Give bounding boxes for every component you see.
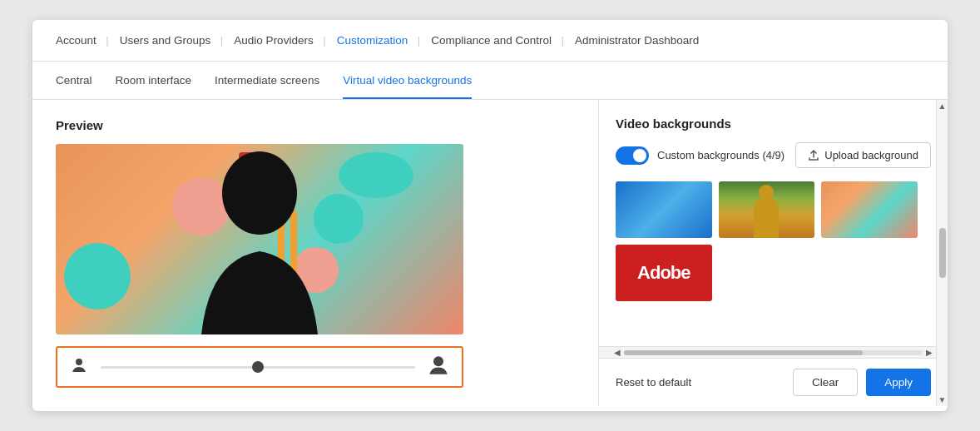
bg-thumb-adobe[interactable]: Adobe bbox=[616, 245, 712, 301]
svg-point-0 bbox=[222, 151, 297, 235]
preview-image bbox=[56, 144, 463, 334]
action-buttons: Clear Apply bbox=[793, 369, 931, 396]
bg-thumb-blue[interactable] bbox=[616, 181, 712, 238]
subnav-central[interactable]: Central bbox=[56, 62, 92, 99]
nav-users-groups[interactable]: Users and Groups bbox=[108, 20, 223, 61]
blur-slider[interactable] bbox=[101, 366, 415, 369]
scroll-right-arrow[interactable]: ▶ bbox=[923, 348, 936, 357]
toggle-row: Custom backgrounds (4/9) bbox=[616, 146, 784, 165]
apply-button[interactable]: Apply bbox=[866, 369, 931, 396]
preview-title: Preview bbox=[56, 118, 575, 132]
content-area: Preview bbox=[32, 100, 948, 406]
preview-panel: Preview bbox=[32, 100, 598, 406]
small-person-icon bbox=[71, 357, 87, 378]
subnav-room-interface[interactable]: Room interface bbox=[116, 62, 192, 99]
photo-person-head bbox=[759, 185, 774, 200]
upload-icon bbox=[808, 150, 819, 161]
top-nav: Account Users and Groups Audio Providers… bbox=[32, 20, 948, 62]
deco-shape-teal3 bbox=[339, 152, 413, 198]
bg-thumbnail-grid: Adobe bbox=[616, 181, 918, 301]
photo-person-body bbox=[754, 196, 779, 238]
nav-compliance[interactable]: Compliance and Control bbox=[419, 20, 563, 61]
reset-to-default-label: Reset to default bbox=[616, 376, 691, 389]
scroll-down-arrow[interactable]: ▼ bbox=[938, 395, 947, 404]
subnav-virtual-video-bg[interactable]: Virtual video backgrounds bbox=[343, 62, 472, 99]
right-panel: Video backgrounds Custom backgrounds (4/… bbox=[598, 100, 948, 406]
toggle-label: Custom backgrounds (4/9) bbox=[657, 149, 784, 161]
nav-account[interactable]: Account bbox=[56, 20, 108, 61]
h-scroll-thumb bbox=[624, 350, 863, 355]
svg-rect-2 bbox=[433, 356, 443, 366]
slider-thumb bbox=[252, 361, 264, 373]
large-person-icon bbox=[428, 355, 448, 379]
h-scroll-track bbox=[624, 350, 923, 355]
scroll-thumb bbox=[939, 228, 946, 278]
clear-button[interactable]: Clear bbox=[793, 369, 858, 396]
horizontal-scrollbar[interactable]: ◀ ▶ bbox=[599, 346, 948, 358]
preview-background bbox=[56, 144, 463, 334]
bg-controls-row: Custom backgrounds (4/9) Upload backgrou… bbox=[616, 142, 931, 168]
vertical-scrollbar[interactable]: ▲ ▼ bbox=[936, 100, 948, 406]
right-panel-scroll[interactable]: Video backgrounds Custom backgrounds (4/… bbox=[599, 100, 948, 346]
svg-rect-1 bbox=[76, 359, 82, 365]
upload-label: Upload background bbox=[824, 149, 918, 161]
bottom-bar: Reset to default Clear Apply bbox=[599, 358, 948, 406]
bg-thumb-photo[interactable] bbox=[719, 181, 815, 238]
nav-audio-providers[interactable]: Audio Providers bbox=[222, 20, 324, 61]
toggle-knob bbox=[633, 149, 646, 162]
scroll-left-arrow[interactable]: ◀ bbox=[611, 348, 624, 357]
deco-shape-teal1 bbox=[64, 243, 131, 310]
adobe-logo-text: Adobe bbox=[637, 262, 690, 284]
nav-customization[interactable]: Customization bbox=[325, 20, 420, 61]
subnav-intermediate-screens[interactable]: Intermediate screens bbox=[215, 62, 319, 99]
bg-thumb-colorful[interactable] bbox=[821, 181, 918, 238]
nav-admin-dashboard[interactable]: Administrator Dashboard bbox=[563, 20, 710, 61]
scroll-up-arrow[interactable]: ▲ bbox=[938, 102, 947, 111]
upload-background-button[interactable]: Upload background bbox=[795, 142, 931, 168]
sub-nav: Central Room interface Intermediate scre… bbox=[32, 62, 948, 100]
custom-bg-toggle[interactable] bbox=[616, 146, 649, 165]
slider-control[interactable] bbox=[56, 346, 463, 388]
person-silhouette bbox=[176, 151, 343, 334]
video-bg-title: Video backgrounds bbox=[616, 116, 931, 131]
main-container: Account Users and Groups Audio Providers… bbox=[32, 20, 948, 411]
